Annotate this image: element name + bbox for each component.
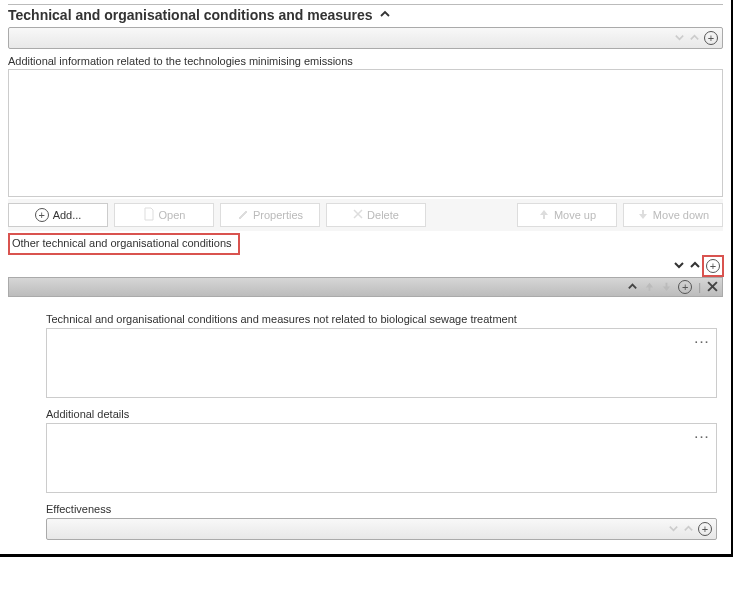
- chevron-down-icon[interactable]: [673, 259, 685, 274]
- add-icon[interactable]: +: [678, 280, 692, 294]
- additional-info-label: Additional information related to the te…: [8, 55, 723, 67]
- open-button: Open: [114, 203, 214, 227]
- chevron-up-icon: [379, 8, 391, 23]
- ellipsis-icon[interactable]: ...: [695, 428, 710, 440]
- add-record-icon[interactable]: +: [706, 259, 720, 273]
- ellipsis-icon[interactable]: ...: [695, 333, 710, 345]
- arrow-up-icon: [644, 280, 655, 295]
- chevron-down-icon: [674, 31, 685, 46]
- chevron-up-icon: [689, 31, 700, 46]
- plus-icon: +: [35, 208, 49, 222]
- add-button-label: Add...: [53, 209, 82, 221]
- arrow-up-icon: [538, 208, 550, 222]
- open-button-label: Open: [159, 209, 186, 221]
- add-button[interactable]: + Add...: [8, 203, 108, 227]
- record-header: + |: [8, 277, 723, 297]
- move-up-label: Move up: [554, 209, 596, 221]
- section-title: Technical and organisational conditions …: [8, 7, 373, 23]
- field2-label: Additional details: [46, 408, 717, 420]
- add-icon[interactable]: +: [704, 31, 718, 45]
- move-down-button: Move down: [623, 203, 723, 227]
- list-controls: +: [8, 255, 723, 277]
- add-record-highlight: +: [705, 258, 721, 274]
- field3-label: Effectiveness: [46, 503, 717, 515]
- close-icon[interactable]: [707, 280, 718, 295]
- add-icon[interactable]: +: [698, 522, 712, 536]
- other-conditions-label: Other technical and organisational condi…: [8, 233, 240, 255]
- form-page: Technical and organisational conditions …: [0, 0, 733, 557]
- effectiveness-bar: +: [46, 518, 717, 540]
- chevron-up-icon: [683, 522, 694, 537]
- move-down-label: Move down: [653, 209, 709, 221]
- field1-input[interactable]: ...: [46, 328, 717, 398]
- arrow-down-icon: [661, 280, 672, 295]
- toolbar-bar: +: [8, 27, 723, 49]
- chevron-up-icon[interactable]: [627, 280, 638, 295]
- move-up-button: Move up: [517, 203, 617, 227]
- attachment-area[interactable]: [8, 69, 723, 197]
- section-header[interactable]: Technical and organisational conditions …: [8, 4, 723, 27]
- x-icon: [353, 209, 363, 221]
- field1-label: Technical and organisational conditions …: [46, 313, 717, 325]
- document-icon: [143, 207, 155, 223]
- attachment-buttons: + Add... Open Properties Delete M: [8, 199, 723, 231]
- delete-button: Delete: [326, 203, 426, 227]
- arrow-down-icon: [637, 208, 649, 222]
- pencil-icon: [237, 208, 249, 222]
- properties-button-label: Properties: [253, 209, 303, 221]
- chevron-down-icon: [668, 522, 679, 537]
- record-body: Technical and organisational conditions …: [8, 297, 723, 546]
- properties-button: Properties: [220, 203, 320, 227]
- delete-button-label: Delete: [367, 209, 399, 221]
- field2-input[interactable]: ...: [46, 423, 717, 493]
- chevron-up-icon[interactable]: [689, 259, 701, 274]
- separator: |: [698, 281, 701, 293]
